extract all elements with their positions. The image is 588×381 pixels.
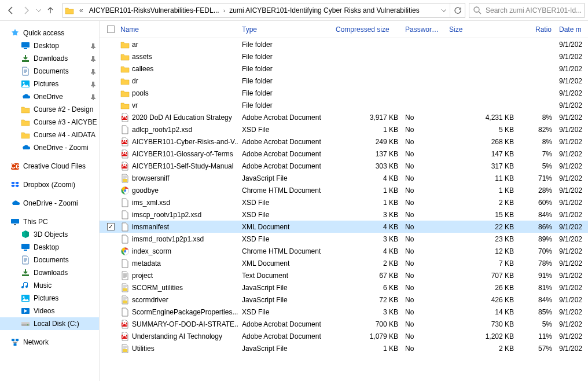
file-row[interactable]: pools File folder 9/1/202 — [100, 87, 588, 99]
creative-cloud-item[interactable]: Creative Cloud Files — [0, 160, 99, 173]
breadcrumb-current[interactable]: zumi AICYBER101-Identifying Cyber Risks … — [227, 3, 421, 17]
sidebar-item[interactable]: Downloads — [0, 266, 99, 279]
file-row[interactable]: scormdriver JavaScript File 72 KB No 426… — [100, 294, 588, 306]
recent-locations-button[interactable] — [35, 8, 43, 13]
file-type: Chrome HTML Document — [238, 186, 332, 195]
file-ratio: 57% — [517, 345, 556, 353]
file-row[interactable]: vr File folder 9/1/202 — [100, 99, 588, 111]
column-type[interactable]: Type — [238, 25, 332, 34]
file-row[interactable]: dr File folder 9/1/202 — [100, 75, 588, 87]
breadcrumb-parent[interactable]: AICYBER101-RisksVulnerabilities-FEDL... — [87, 3, 222, 17]
sidebar-item[interactable]: Documents — [0, 254, 99, 266]
file-compressed-size: 3 KB — [332, 211, 402, 219]
file-password: No — [402, 174, 446, 182]
file-row[interactable]: index_scorm Chrome HTML Document 4 KB No… — [100, 245, 588, 257]
file-compressed-size: 3,917 KB — [332, 113, 402, 122]
file-row[interactable]: SCORM_utilities JavaScript File 6 KB No … — [100, 281, 588, 294]
file-name: goodbye — [117, 186, 238, 195]
file-compressed-size: 137 KB — [332, 150, 402, 158]
file-date: 9/1/202 — [556, 150, 588, 158]
pdf-icon — [120, 137, 130, 146]
file-row[interactable]: ar File folder 9/1/202 — [100, 38, 588, 50]
sidebar-item[interactable]: Local Disk (C:) — [0, 317, 99, 330]
sidebar-item[interactable]: OneDrive — [0, 90, 99, 103]
column-password[interactable]: Password ... — [402, 25, 446, 34]
file-date: 9/1/202 — [556, 308, 588, 316]
file-row[interactable]: imscp_rootv1p1p2.xsd XSD File 3 KB No 15… — [100, 208, 588, 221]
sidebar-item[interactable]: 3D Objects — [0, 228, 99, 241]
sidebar-item[interactable]: Videos — [0, 305, 99, 317]
select-all-checkbox[interactable] — [104, 25, 117, 33]
file-row[interactable]: ScormEnginePackageProperties.... XSD Fil… — [100, 306, 588, 318]
file-row[interactable]: assets File folder 9/1/202 — [100, 50, 588, 63]
address-dropdown-button[interactable] — [438, 3, 450, 17]
file-size: 11 KB — [446, 174, 517, 182]
cc-icon — [10, 162, 20, 171]
column-date-modified[interactable]: Date m — [556, 25, 588, 34]
refresh-button[interactable] — [450, 3, 465, 17]
sidebar-item[interactable]: Course #2 - Design — [0, 103, 99, 116]
this-pc-header[interactable]: This PC — [0, 215, 99, 228]
sidebar-item[interactable]: Documents — [0, 65, 99, 78]
address-bar[interactable]: « AICYBER101-RisksVulnerabilities-FEDL..… — [63, 3, 465, 18]
file-size: 5 KB — [446, 126, 517, 134]
sidebar-item[interactable]: Desktop — [0, 39, 99, 52]
forward-button[interactable] — [19, 2, 35, 19]
sidebar-item[interactable]: Music — [0, 279, 99, 292]
file-name: imscp_rootv1p1p2.xsd — [117, 210, 238, 219]
file-row[interactable]: imsmd_rootv1p2p1.xsd XSD File 3 KB No 23… — [100, 233, 588, 245]
file-row[interactable]: goodbye Chrome HTML Document 1 KB No 1 K… — [100, 184, 588, 196]
file-type: Adobe Acrobat Document — [238, 332, 332, 340]
file-row[interactable]: AICYBER101-Glossary-of-Terms Adobe Acrob… — [100, 148, 588, 160]
up-button[interactable] — [43, 2, 58, 19]
pdf-icon — [120, 113, 130, 122]
chrome-icon — [120, 247, 130, 256]
onedrive-item[interactable]: OneDrive - Zoomi — [0, 197, 99, 210]
file-row[interactable]: browsersniff JavaScript File 4 KB No 11 … — [100, 172, 588, 184]
sidebar-item[interactable]: Course #4 - AIDATA — [0, 129, 99, 141]
network-item[interactable]: Network — [0, 336, 99, 349]
file-size: 14 KB — [446, 308, 517, 316]
file-row[interactable]: imsmanifest XML Document 4 KB No 22 KB 8… — [100, 221, 588, 233]
file-list[interactable]: Name Type Compressed size Password ... S… — [100, 21, 588, 381]
file-icon — [120, 198, 130, 207]
sidebar-item[interactable]: Pictures — [0, 292, 99, 305]
file-icon — [120, 259, 130, 268]
sidebar-item-label: OneDrive — [34, 93, 63, 101]
file-row[interactable]: adlcp_rootv1p2.xsd XSD File 1 KB No 5 KB… — [100, 123, 588, 135]
file-password: No — [402, 235, 446, 243]
file-row[interactable]: project Text Document 67 KB No 707 KB 91… — [100, 269, 588, 281]
file-row[interactable]: metadata XML Document 2 KB No 7 KB 78% 9… — [100, 257, 588, 269]
sidebar-item[interactable]: Course #3 - AICYBE — [0, 116, 99, 129]
file-row[interactable]: AICYBER101-Self-Study-Manual Adobe Acrob… — [100, 160, 588, 172]
row-checkbox[interactable] — [107, 223, 115, 230]
column-name[interactable]: Name — [117, 25, 238, 34]
quick-access-header[interactable]: Quick access — [0, 27, 99, 39]
file-type: JavaScript File — [238, 345, 332, 353]
file-row[interactable]: callees File folder 9/1/202 — [100, 63, 588, 75]
column-compressed-size[interactable]: Compressed size — [332, 25, 402, 34]
sidebar-item[interactable]: Pictures — [0, 78, 99, 90]
file-row[interactable]: AICYBER101-Cyber-Risks-and-V... Adobe Ac… — [100, 135, 588, 148]
sidebar-item-label: OneDrive - Zoomi — [34, 144, 89, 152]
file-row[interactable]: ims_xml.xsd XSD File 1 KB No 2 KB 60% 9/… — [100, 196, 588, 208]
column-size[interactable]: Size — [446, 25, 517, 34]
sidebar-item[interactable]: OneDrive - Zoomi — [0, 141, 99, 154]
back-button[interactable] — [2, 2, 19, 19]
breadcrumb-overflow[interactable]: « — [76, 6, 87, 14]
navigation-pane[interactable]: Quick access DesktopDownloadsDocumentsPi… — [0, 21, 100, 381]
file-row[interactable]: 2020 DoD AI Education Strategy Adobe Acr… — [100, 111, 588, 123]
file-row[interactable]: Utilities JavaScript File 1 KB No 2 KB 5… — [100, 342, 588, 354]
file-row[interactable]: SUMMARY-OF-DOD-AI-STRATE... Adobe Acroba… — [100, 318, 588, 330]
chevron-right-icon[interactable]: › — [222, 7, 227, 14]
sidebar-item[interactable]: Downloads — [0, 52, 99, 65]
column-ratio[interactable]: Ratio — [517, 25, 556, 34]
file-size: 12 KB — [446, 247, 517, 255]
file-row[interactable]: Understanding AI Technology Adobe Acroba… — [100, 330, 588, 342]
sidebar-item[interactable]: Desktop — [0, 241, 99, 254]
file-name: adlcp_rootv1p2.xsd — [117, 125, 238, 134]
desktop-icon — [21, 41, 30, 50]
dropbox-item[interactable]: Dropbox (Zoomi) — [0, 178, 99, 191]
column-headers[interactable]: Name Type Compressed size Password ... S… — [100, 21, 588, 38]
search-input[interactable]: Search zumi AICYBER101-Id... — [469, 3, 585, 18]
